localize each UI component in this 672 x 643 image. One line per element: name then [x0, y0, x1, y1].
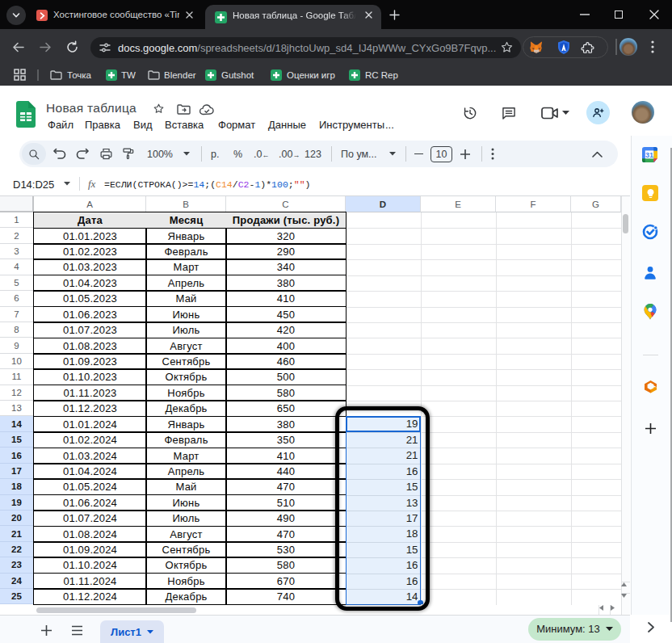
svg-text:31: 31 — [645, 151, 653, 159]
